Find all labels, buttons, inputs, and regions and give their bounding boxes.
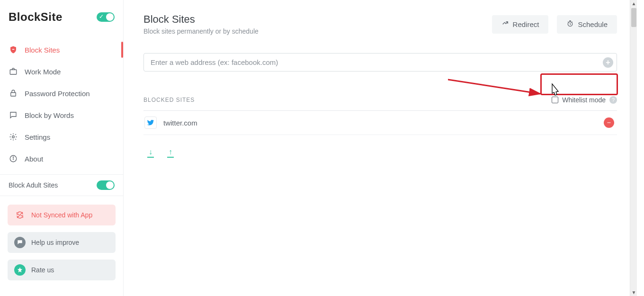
blocked-site-domain: twitter.com	[163, 119, 197, 127]
app-logo: BlockSite	[9, 10, 63, 24]
schedule-label: Schedule	[578, 20, 608, 28]
sidebar-item-block-words[interactable]: Block by Words	[0, 104, 123, 126]
not-synced-pill[interactable]: Not Synced with App	[8, 205, 116, 225]
svg-line-10	[448, 80, 540, 94]
redirect-label: Redirect	[513, 20, 539, 28]
scrollbar[interactable]: ▲ ▼	[630, 0, 637, 296]
sidebar-item-password[interactable]: Password Protection	[0, 82, 123, 104]
main-panel: Block Sites Block sites permanently or b…	[124, 0, 637, 296]
sidebar-item-label: About	[25, 155, 43, 163]
sidebar-item-label: Settings	[25, 133, 50, 141]
scroll-down-icon[interactable]: ▼	[630, 289, 637, 296]
svg-rect-9	[608, 123, 611, 123]
lock-icon	[9, 89, 18, 98]
whitelist-mode-toggle[interactable]: Whitelist mode ?	[552, 93, 617, 107]
svg-line-7	[17, 212, 23, 218]
master-toggle[interactable]: ✓	[97, 12, 115, 22]
clock-icon	[566, 20, 574, 29]
sidebar-item-label: Password Protection	[25, 90, 90, 98]
briefcase-icon	[9, 67, 18, 76]
info-icon	[9, 154, 18, 163]
blocked-site-row: twitter.com	[143, 111, 617, 135]
speech-icon	[9, 110, 18, 120]
feedback-icon	[14, 237, 26, 248]
rate-us-label: Rate us	[31, 266, 54, 274]
gear-icon	[9, 132, 18, 142]
whitelist-label: Whitelist mode	[562, 96, 606, 104]
address-input[interactable]	[143, 53, 617, 72]
svg-point-3	[12, 136, 15, 138]
star-icon	[14, 264, 26, 276]
upload-icon: ↑	[169, 148, 172, 156]
add-site-button[interactable]: +	[603, 57, 613, 68]
sync-off-icon	[14, 209, 26, 221]
help-improve-label: Help us improve	[31, 239, 79, 246]
schedule-button[interactable]: Schedule	[557, 15, 617, 34]
twitter-icon	[144, 117, 157, 129]
sidebar-item-block-sites[interactable]: Block Sites	[0, 39, 123, 61]
page-title: Block Sites	[143, 13, 259, 26]
annotation-highlight-box	[540, 73, 618, 95]
sidebar-item-label: Block Sites	[25, 46, 60, 54]
page-subtitle: Block sites permanently or by schedule	[143, 27, 259, 35]
download-icon: ↓	[149, 148, 152, 156]
sidebar-item-label: Block by Words	[25, 111, 74, 119]
sidebar-item-settings[interactable]: Settings	[0, 126, 123, 148]
export-button[interactable]: ↑	[167, 148, 174, 158]
sidebar-item-label: Work Mode	[25, 68, 61, 76]
help-icon[interactable]: ?	[609, 96, 617, 104]
sidebar-item-work-mode[interactable]: Work Mode	[0, 61, 123, 82]
sidebar: BlockSite ✓ Block Sites Work Mode	[0, 0, 123, 296]
sidebar-nav: Block Sites Work Mode Password Protectio…	[0, 39, 123, 170]
blocked-sites-heading: BLOCKED SITES	[143, 97, 195, 103]
block-adult-label: Block Adult Sites	[9, 181, 58, 189]
scroll-thumb[interactable]	[631, 8, 636, 27]
block-adult-row: Block Adult Sites	[0, 174, 123, 196]
shield-icon	[9, 45, 18, 54]
rate-us-pill[interactable]: Rate us	[8, 260, 116, 280]
scroll-up-icon[interactable]: ▲	[630, 0, 637, 7]
sidebar-item-about[interactable]: About	[0, 148, 123, 170]
remove-site-button[interactable]	[604, 117, 614, 128]
svg-rect-2	[11, 93, 16, 97]
svg-point-6	[13, 157, 13, 157]
svg-rect-1	[10, 70, 17, 74]
checkbox-icon	[552, 97, 558, 103]
block-adult-toggle[interactable]	[97, 180, 115, 190]
redirect-icon	[501, 20, 509, 29]
import-button[interactable]: ↓	[147, 148, 154, 158]
svg-rect-0	[12, 49, 15, 50]
redirect-button[interactable]: Redirect	[492, 15, 549, 34]
not-synced-label: Not Synced with App	[31, 211, 92, 219]
help-improve-pill[interactable]: Help us improve	[8, 232, 116, 253]
